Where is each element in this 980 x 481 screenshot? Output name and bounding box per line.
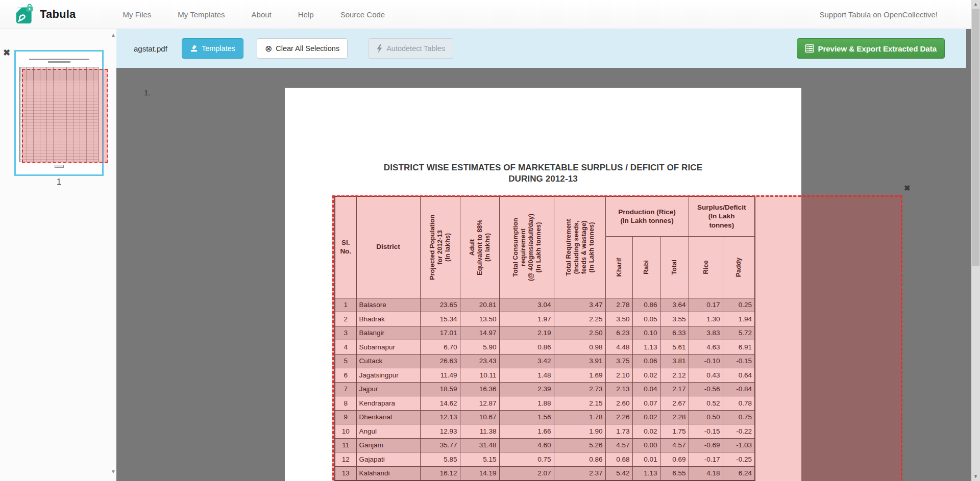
templates-button-label: Templates	[202, 44, 235, 53]
selection-close-button close-icon[interactable]: ✖	[904, 184, 911, 192]
thumbnail-close-button close-icon[interactable]: ✖	[3, 48, 10, 57]
thumbnail-table	[19, 67, 99, 162]
thumbnail-page-number: 1	[14, 178, 104, 187]
sidebar: ▲ ✖ 1 ▼	[0, 29, 116, 481]
clear-selections-button[interactable]: ⊗ Clear All Selections	[257, 38, 348, 59]
toolbar: agstat.pdf Templates ⊗ Clear All Selecti…	[116, 29, 966, 68]
export-button[interactable]: Preview & Export Extracted Data	[797, 38, 945, 59]
scroll-down-icon[interactable]: ▼	[971, 472, 980, 481]
nav-item-my-templates[interactable]: My Templates	[164, 5, 238, 24]
autodetect-button-label: Autodetect Tables	[386, 44, 445, 53]
lightning-bolt-icon	[376, 44, 383, 53]
nav-item-my-files[interactable]: My Files	[109, 5, 164, 24]
brand[interactable]: Tabula	[15, 4, 76, 25]
tabula-logo-icon	[15, 4, 35, 25]
navbar: Tabula My FilesMy TemplatesAboutHelpSour…	[0, 0, 971, 29]
table-list-icon	[805, 44, 814, 53]
filename-label: agstat.pdf	[134, 44, 167, 53]
thumbnail-title-line	[29, 59, 89, 60]
clear-button-label: Clear All Selections	[276, 44, 339, 53]
nav-item-about[interactable]: About	[238, 5, 285, 24]
nav-item-help[interactable]: Help	[285, 5, 327, 24]
page-thumbnail[interactable]	[14, 50, 104, 176]
support-link[interactable]: Support Tabula on OpenCollective!	[819, 10, 971, 19]
scroll-up-icon[interactable]: ▲	[971, 0, 980, 9]
clear-circle-x-icon: ⊗	[265, 44, 272, 53]
autodetect-tables-button[interactable]: Autodetect Tables	[368, 38, 453, 59]
nav-item-source-code[interactable]: Source Code	[327, 5, 399, 24]
thumbnail-footer-mark	[55, 165, 64, 168]
page-number-marker: 1.	[144, 88, 151, 97]
nav-menu: My FilesMy TemplatesAboutHelpSource Code	[109, 5, 398, 24]
brand-title: Tabula	[40, 8, 76, 21]
document-area: agstat.pdf Templates ⊗ Clear All Selecti…	[116, 29, 971, 481]
scrollbar-thumb[interactable]	[972, 9, 979, 266]
templates-button[interactable]: Templates	[182, 38, 243, 59]
window-scrollbar[interactable]: ▲ ▼	[971, 0, 980, 481]
document-title: DISTRICT WISE ESTIMATES OF MARKETABLE SU…	[285, 162, 801, 185]
export-button-label: Preview & Export Extracted Data	[818, 44, 937, 53]
selection-overlay[interactable]	[332, 195, 902, 481]
templates-save-icon	[190, 44, 198, 53]
thumbnail-title-line	[48, 61, 70, 63]
